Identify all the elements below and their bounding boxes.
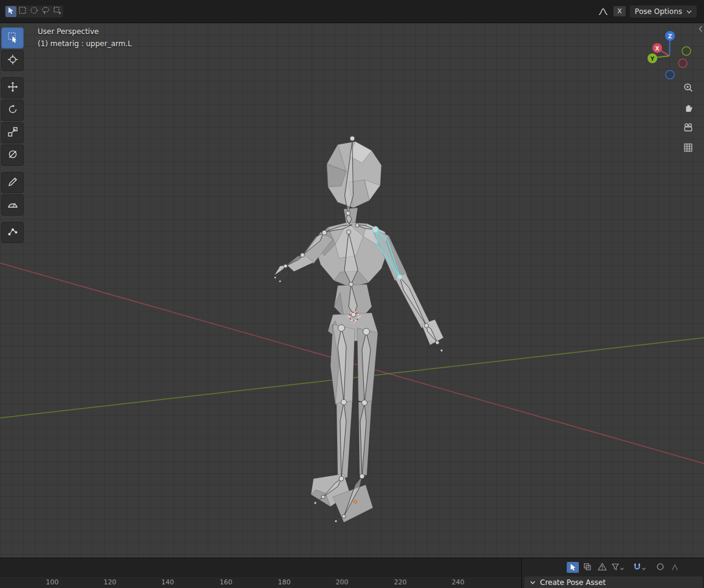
show-hidden-button[interactable] (581, 562, 593, 573)
chevron-down-icon (686, 7, 692, 16)
tool-measure-button[interactable] (1, 194, 24, 216)
proportional-editing-falloff-icon[interactable] (597, 6, 609, 17)
auto-keying-button[interactable] (654, 562, 666, 573)
gizmo-neg-z-ball[interactable] (666, 70, 674, 79)
annotate-pencil-icon (7, 176, 19, 190)
tool-transform-button[interactable] (1, 145, 24, 166)
chevron-down-icon (620, 562, 624, 573)
select-box-icon (18, 5, 27, 17)
magnet-icon (633, 562, 641, 573)
tool-shelf (1, 27, 24, 244)
navigation-gizmo[interactable]: Z X Y (644, 30, 695, 81)
only-selected-filter-button[interactable] (567, 562, 579, 573)
viewport-header: X Pose Options (0, 0, 704, 23)
create-pose-asset-panel-header[interactable]: Create Pose Asset (524, 576, 703, 588)
bottom-editors: 100 120 140 160 180 200 220 240 (0, 558, 704, 588)
snapping-button[interactable] (632, 562, 647, 573)
cursor-tool-icon (7, 53, 19, 68)
grid-icon (683, 142, 694, 156)
transform-tool-icon (7, 148, 19, 163)
magnifier-icon (683, 82, 694, 95)
pose-options-dropdown[interactable]: Pose Options (630, 5, 697, 18)
filter-funnel-button[interactable] (610, 562, 625, 573)
zoom-button[interactable] (680, 81, 697, 96)
viewport-nav-buttons (680, 81, 697, 156)
tool-move-button[interactable] (1, 77, 24, 98)
scale-tool-icon (7, 126, 19, 140)
panel-disclosure-chevron-icon (530, 578, 536, 587)
chevron-down-icon (641, 562, 646, 573)
gizmo-neg-x-ball[interactable] (678, 59, 687, 67)
pose-options-label: Pose Options (635, 7, 682, 16)
frame-label: 220 (394, 578, 407, 586)
pan-button[interactable] (680, 101, 697, 116)
gizmo-z-label: Z (668, 33, 672, 39)
move-tool-icon (7, 81, 19, 95)
rotate-tool-icon (7, 103, 19, 118)
camera-view-button[interactable] (680, 121, 697, 136)
tool-cursor-button[interactable] (1, 50, 24, 71)
frame-label: 120 (104, 578, 117, 586)
frame-label: 240 (452, 578, 465, 586)
warning-triangle-icon (598, 562, 607, 573)
pose-breakdowner-icon (7, 225, 19, 240)
tool-scale-button[interactable] (1, 122, 24, 143)
select-mode-box-button[interactable] (17, 6, 28, 17)
tweak-cursor-icon (7, 5, 15, 17)
gizmo-y-label: Y (650, 56, 655, 62)
select-circle-icon (30, 5, 38, 17)
header-right-controls: X Pose Options (597, 5, 699, 18)
gizmo-x-label: X (655, 46, 660, 52)
asset-header-icons (567, 561, 681, 573)
timeline-editor[interactable]: 100 120 140 160 180 200 220 240 (0, 558, 521, 588)
record-circle-icon (656, 562, 665, 573)
frame-label: 140 (162, 578, 174, 586)
timeline-ruler[interactable]: 100 120 140 160 180 200 220 240 (0, 576, 521, 588)
select-mode-group (5, 5, 63, 18)
measure-protractor-icon (7, 198, 19, 213)
asset-editor: Create Pose Asset (521, 558, 704, 588)
caret-shape-icon (671, 562, 679, 573)
tool-annotate-button[interactable] (1, 172, 24, 193)
viewport-scene[interactable] (0, 23, 704, 558)
create-pose-asset-title: Create Pose Asset (540, 578, 606, 587)
3d-viewport[interactable]: User Perspective (1) metarig : upper_arm… (0, 23, 704, 558)
hand-icon (683, 102, 694, 115)
select-mode-lasso-button[interactable] (40, 6, 51, 17)
select-lasso-icon (41, 5, 50, 17)
character-mesh (275, 142, 443, 522)
active-object-label: (1) metarig : upper_arm.L (38, 39, 132, 48)
select-mode-circle-button[interactable] (29, 6, 39, 17)
frame-label: 160 (220, 578, 233, 586)
funnel-icon (611, 562, 620, 573)
cursor-arrow-icon (569, 562, 577, 573)
view-perspective-label: User Perspective (38, 27, 99, 36)
camera-icon (683, 122, 694, 135)
tool-pose-breakdowner-button[interactable] (1, 222, 24, 243)
overlap-squares-icon (583, 562, 592, 573)
select-mode-extend-button[interactable] (52, 6, 63, 17)
frame-label: 180 (278, 578, 291, 586)
tool-rotate-button[interactable] (1, 100, 24, 121)
object-origin-dot (354, 501, 357, 504)
frame-label: 200 (336, 578, 349, 586)
select-mode-tweak-button[interactable] (5, 6, 16, 17)
x-axis-mirror-toggle[interactable]: X (613, 6, 626, 16)
interpolation-mode-button[interactable] (669, 562, 681, 573)
show-errors-button[interactable] (596, 562, 608, 573)
select-extend-icon (53, 5, 61, 17)
gizmo-neg-y-ball[interactable] (682, 47, 691, 55)
frame-label: 100 (46, 578, 59, 586)
sidebar-collapse-arrow-icon[interactable] (697, 24, 703, 33)
select-box-tool-icon (7, 31, 19, 46)
grid-ortho-button[interactable] (680, 142, 697, 156)
tool-select-box-button[interactable] (1, 27, 24, 49)
